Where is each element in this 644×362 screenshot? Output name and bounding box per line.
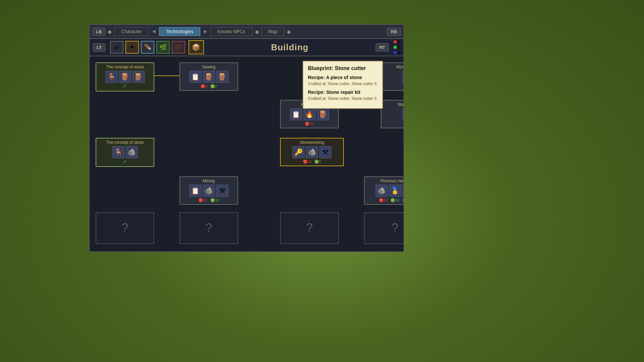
sawing-blueprint-icon: 📋	[190, 71, 202, 83]
wood-chair-icon: 🪑	[106, 71, 118, 83]
node-mining-title: Mining	[183, 179, 235, 183]
resources-display: 0 0 0	[393, 40, 400, 55]
shield-icon-tab[interactable]: 🛡	[172, 41, 185, 54]
wood-log-icon: 🪵	[132, 71, 145, 83]
red-dot-icon	[393, 40, 397, 44]
sun-icon-tab[interactable]: ✦	[125, 41, 139, 54]
mining-ore-icon: ⚒	[216, 185, 228, 197]
ui-panel: LB ◆ Character ◄ Technologies ► Known NP…	[89, 24, 404, 252]
sawing-cost-red: 🔴5	[201, 84, 207, 88]
node-sawing-icons: 📋 🪵 🪵	[183, 71, 235, 83]
tooltip-title: Blueprint: Stone cutter	[308, 65, 378, 71]
stoneworking-cost-green: 🟢5	[314, 160, 321, 164]
stone-checkmark-icon: ✓	[99, 158, 151, 165]
node-precious-metals-icons: 🪨 🥇 🥈	[367, 185, 404, 197]
rt-button[interactable]: RT	[376, 43, 389, 52]
tab-known-npcs[interactable]: Known NPCs	[210, 27, 252, 36]
node-stoneworking-icons: 🔑 🪨 ⚒	[283, 146, 340, 158]
node-concept-wood[interactable]: The concept of wood 🪑 🪵 🪵 ✓	[96, 62, 154, 92]
node-stoneworking[interactable]: Stoneworking 🔑 🪨 ⚒ 🔴15 🟢5	[280, 138, 344, 166]
wood-checkmark-icon: ✓	[99, 83, 151, 89]
firewood-blueprint-icon: 📋	[290, 108, 302, 120]
nav-sep-3: ►	[202, 28, 209, 35]
tech-content: The concept of wood 🪑 🪵 🪵 ✓ Sawing 📋 🪵 🪵…	[90, 56, 404, 251]
wood-plank-icon: 🪵	[119, 71, 131, 83]
stone-cutter-icon: ⚒	[402, 108, 404, 120]
node-concept-stone-icons: 🪑 🪨	[99, 146, 151, 158]
sawing-cost-green: 🟢2	[210, 84, 217, 88]
node-unknown-1[interactable]: ?	[96, 212, 154, 244]
sawing-wood2-icon: 🪵	[216, 71, 228, 83]
node-precious-metals-title: Precious metals	[367, 179, 404, 183]
node-firewood-costs: 🔴10	[283, 122, 335, 126]
node-stone-cutter[interactable]: Stone cutter ⚒ 🔴20	[381, 100, 404, 128]
tab-technologies[interactable]: Technologies	[159, 27, 201, 36]
rb-button[interactable]: RB	[387, 28, 401, 36]
building-icon-tab[interactable]: 📦	[189, 40, 204, 54]
node-stone-cutter-costs: 🔴20	[384, 122, 404, 126]
nav-bar: LB ◆ Character ◄ Technologies ► Known NP…	[90, 25, 404, 39]
skull-icon-tab[interactable]: ☠	[110, 41, 123, 54]
node-unknown-4[interactable]: ?	[364, 212, 404, 244]
node-sawing[interactable]: Sawing 📋 🪵 🪵 🔴5 🟢2	[179, 62, 238, 91]
tab-character[interactable]: Character	[114, 27, 149, 36]
sawing-wood1-icon: 🪵	[203, 71, 215, 83]
node-stone-cutter-icons: ⚒	[384, 108, 404, 120]
mining-blueprint-icon: 📋	[190, 185, 202, 197]
node-concept-wood-icons: 🪑 🪵 🪵	[99, 71, 151, 83]
node-precious-metals[interactable]: Precious metals 🪨 🥇 🥈 🔴10 🟢50 🔵10	[364, 176, 404, 205]
feather-icon: 🪶	[144, 44, 151, 51]
firewood-fire-icon: 🔥	[304, 108, 316, 120]
blue-dot-icon	[393, 51, 397, 54]
precious-cost-red: 🔴10	[379, 198, 388, 202]
node-mining[interactable]: Mining 📋 🪨 ⚒ 🔴10 🟢10	[179, 176, 238, 205]
unknown-q-2-icon: ?	[183, 215, 235, 241]
node-concept-wood-title: The concept of wood	[99, 65, 151, 69]
node-mining-icons: 📋 🪨 ⚒	[183, 185, 235, 197]
woodworking-chest-icon: 📦	[402, 71, 404, 83]
tooltip-stone-cutter: Blueprint: Stone cutter Recipe: A piece …	[303, 61, 383, 109]
resource-red-value: 0	[398, 40, 400, 44]
precious-cost-green: 🟢50	[390, 198, 399, 202]
node-unknown-3[interactable]: ?	[280, 212, 339, 244]
nav-sep-2: ◄	[150, 28, 158, 35]
resource-green-value: 0	[398, 45, 400, 50]
green-dot-icon	[393, 46, 397, 49]
firewood-wood-icon: 🪵	[317, 108, 329, 120]
mining-cost-green: 🟢10	[210, 198, 219, 202]
precious-silver-icon: 🥈	[402, 185, 404, 197]
stone-chair-icon: 🪑	[112, 146, 124, 158]
node-firewood-icons: 📋 🔥 🪵	[283, 108, 335, 120]
precious-gold-icon: 🥇	[389, 185, 401, 197]
leaf-icon-tab[interactable]: 🌿	[156, 41, 170, 54]
lb-button[interactable]: LB	[92, 28, 105, 36]
node-stone-cutter-title: Stone cutter	[384, 102, 404, 107]
stoneworking-key-icon: 🔑	[292, 146, 305, 158]
tooltip-recipe1-title: Recipe: A piece of stone	[308, 75, 378, 80]
precious-cost-blue: 🔵10	[402, 198, 404, 202]
node-unknown-2[interactable]: ?	[179, 212, 238, 244]
shield-icon: 🛡	[175, 44, 181, 51]
stoneworking-rock-icon: 🪨	[306, 146, 318, 158]
lt-button[interactable]: LT	[93, 43, 105, 52]
icon-tabs-row: LT ☠ ✦ 🪶 🌿 🛡 📦 Building RT 0	[90, 39, 404, 56]
unknown-q-4-icon: ?	[367, 215, 404, 241]
node-woodworking-icons: 📦	[384, 71, 404, 83]
resource-green: 0	[393, 45, 400, 50]
sun-icon: ✦	[129, 44, 135, 51]
section-title: Building	[206, 42, 374, 53]
feather-icon-tab[interactable]: 🪶	[141, 41, 154, 54]
node-sawing-costs: 🔴5 🟢2	[183, 84, 235, 88]
node-woodworking-costs: 🔴10	[384, 84, 404, 88]
tab-map[interactable]: Map	[261, 27, 284, 36]
node-precious-metals-costs: 🔴10 🟢50 🔵10	[367, 198, 404, 202]
node-mining-costs: 🔴10 🟢10	[183, 198, 235, 202]
node-woodworking[interactable]: Woodworking 📦 🔴10	[381, 62, 404, 91]
precious-rock-icon: 🪨	[376, 185, 388, 197]
nav-sep-5: ◆	[286, 28, 292, 35]
node-stoneworking-title: Stoneworking	[283, 140, 340, 145]
node-stoneworking-costs: 🔴15 🟢5	[283, 160, 340, 164]
node-concept-stone[interactable]: The concept of stone 🪑 🪨 ✓	[96, 138, 154, 167]
node-sawing-title: Sawing	[183, 65, 235, 69]
building-icon: 📦	[192, 43, 200, 51]
